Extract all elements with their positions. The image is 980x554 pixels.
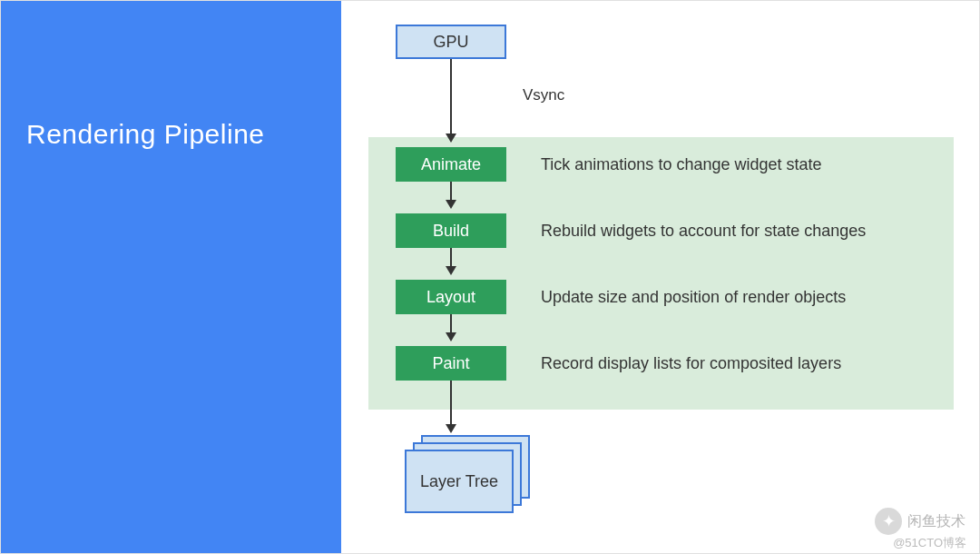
desc-build: Rebuild widgets to account for state cha… [541, 222, 866, 241]
arrow-icon [450, 182, 452, 207]
diagram-panel: GPU Vsync Animate Tick animations to cha… [341, 1, 979, 553]
arrow-icon [450, 248, 452, 273]
brand-logo-icon: ✦ [875, 508, 902, 535]
slide-title: Rendering Pipeline [26, 119, 316, 150]
node-build: Build [396, 213, 506, 248]
layer-tree-stack: Layer Tree [405, 435, 530, 511]
arrow-icon [450, 381, 452, 431]
node-animate: Animate [396, 147, 506, 182]
title-panel: Rendering Pipeline [1, 1, 341, 553]
watermark-source: @51CTO博客 [893, 535, 966, 551]
watermark-brand: ✦ 闲鱼技术 [875, 508, 965, 535]
desc-paint: Record display lists for composited laye… [541, 354, 841, 373]
slide: Rendering Pipeline GPU Vsync Animate Tic… [0, 0, 980, 554]
arrow-icon [450, 314, 452, 340]
watermark-brand-text: 闲鱼技术 [907, 512, 965, 531]
layer-tree-label: Layer Tree [405, 450, 514, 513]
arrow-icon [450, 59, 452, 141]
node-paint: Paint [396, 346, 506, 381]
node-layout: Layout [396, 280, 506, 314]
desc-layout: Update size and position of render objec… [541, 288, 846, 307]
vsync-label: Vsync [523, 86, 564, 104]
node-gpu: GPU [396, 25, 506, 59]
desc-animate: Tick animations to change widget state [541, 155, 822, 174]
